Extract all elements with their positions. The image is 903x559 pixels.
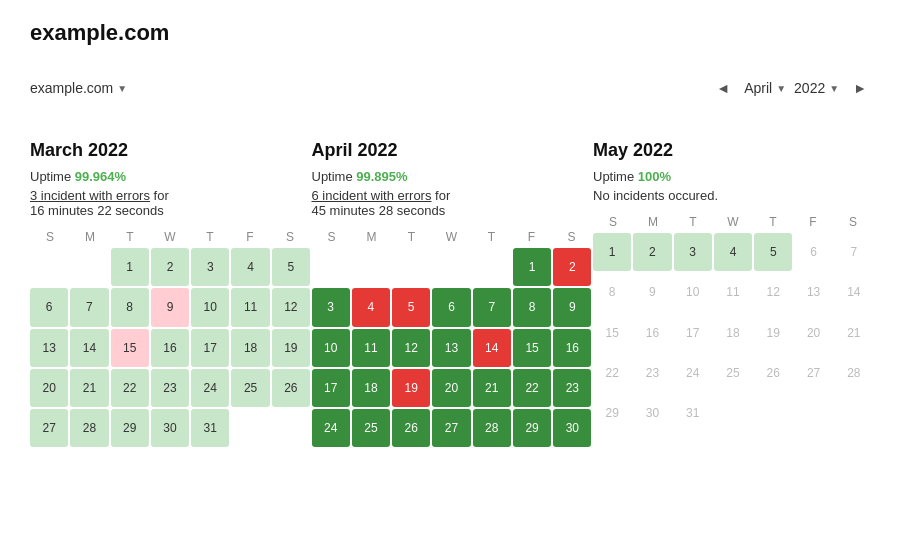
calendar-cell[interactable]: 24 bbox=[312, 409, 350, 447]
calendar-cell[interactable]: 3 bbox=[674, 233, 712, 271]
calendar-cell[interactable]: 22 bbox=[593, 354, 631, 392]
site-selector[interactable]: example.com ▼ bbox=[30, 80, 127, 96]
calendar-cell[interactable]: 17 bbox=[674, 314, 712, 352]
calendar-cell[interactable]: 7 bbox=[70, 288, 108, 326]
calendar-cell[interactable]: 31 bbox=[191, 409, 229, 447]
calendar-cell[interactable]: 11 bbox=[352, 329, 390, 367]
calendar-cell[interactable]: 2 bbox=[151, 248, 189, 286]
calendar-cell[interactable]: 18 bbox=[714, 314, 752, 352]
calendar-cell[interactable]: 30 bbox=[633, 394, 671, 432]
calendar-cell[interactable]: 9 bbox=[633, 273, 671, 311]
calendar-cell[interactable]: 2 bbox=[633, 233, 671, 271]
calendar-cell[interactable]: 25 bbox=[352, 409, 390, 447]
calendar-cell[interactable]: 30 bbox=[553, 409, 591, 447]
calendar-cell[interactable]: 6 bbox=[30, 288, 68, 326]
calendar-cell[interactable]: 28 bbox=[473, 409, 511, 447]
calendar-cell[interactable]: 16 bbox=[151, 329, 189, 367]
calendar-cell[interactable]: 20 bbox=[30, 369, 68, 407]
calendar-cell[interactable]: 3 bbox=[191, 248, 229, 286]
calendar-cell[interactable]: 10 bbox=[312, 329, 350, 367]
calendar-cell[interactable]: 12 bbox=[392, 329, 430, 367]
calendar-cell[interactable]: 14 bbox=[835, 273, 873, 311]
calendar-cell[interactable]: 24 bbox=[674, 354, 712, 392]
month-select[interactable]: April ▼ bbox=[744, 80, 786, 96]
calendar-cell[interactable]: 22 bbox=[111, 369, 149, 407]
calendar-cell[interactable]: 15 bbox=[593, 314, 631, 352]
calendar-cell[interactable]: 15 bbox=[111, 329, 149, 367]
calendar-cell[interactable]: 17 bbox=[191, 329, 229, 367]
incidents-link[interactable]: 3 incident with errors bbox=[30, 188, 150, 203]
calendar-cell[interactable]: 6 bbox=[794, 233, 832, 271]
calendar-cell[interactable]: 22 bbox=[513, 369, 551, 407]
calendar-cell[interactable]: 30 bbox=[151, 409, 189, 447]
calendar-cell[interactable]: 29 bbox=[111, 409, 149, 447]
incidents-link[interactable]: 6 incident with errors bbox=[312, 188, 432, 203]
calendar-cell[interactable]: 8 bbox=[513, 288, 551, 326]
calendar-cell[interactable]: 16 bbox=[553, 329, 591, 367]
calendar-cell[interactable]: 4 bbox=[352, 288, 390, 326]
calendar-cell[interactable]: 25 bbox=[714, 354, 752, 392]
calendar-cell[interactable]: 11 bbox=[714, 273, 752, 311]
calendar-cell[interactable]: 14 bbox=[70, 329, 108, 367]
calendar-cell[interactable]: 27 bbox=[794, 354, 832, 392]
year-select[interactable]: 2022 ▼ bbox=[794, 80, 839, 96]
calendar-cell[interactable]: 13 bbox=[794, 273, 832, 311]
calendar-cell[interactable]: 26 bbox=[754, 354, 792, 392]
calendar-cell[interactable]: 12 bbox=[272, 288, 310, 326]
calendar-cell[interactable]: 16 bbox=[633, 314, 671, 352]
calendar-cell[interactable]: 20 bbox=[794, 314, 832, 352]
calendar-cell[interactable]: 31 bbox=[674, 394, 712, 432]
calendar-cell[interactable]: 15 bbox=[513, 329, 551, 367]
calendar-cell[interactable]: 11 bbox=[231, 288, 269, 326]
calendar-cell[interactable]: 24 bbox=[191, 369, 229, 407]
calendar-cell[interactable]: 21 bbox=[70, 369, 108, 407]
calendar-cell[interactable]: 23 bbox=[151, 369, 189, 407]
calendar-cell[interactable]: 10 bbox=[674, 273, 712, 311]
prev-button[interactable]: ◄ bbox=[710, 76, 736, 100]
calendar-cell[interactable]: 18 bbox=[231, 329, 269, 367]
calendar-cell[interactable]: 19 bbox=[392, 369, 430, 407]
calendar-cell[interactable]: 9 bbox=[553, 288, 591, 326]
calendar-cell[interactable]: 29 bbox=[513, 409, 551, 447]
calendar-cell[interactable]: 5 bbox=[392, 288, 430, 326]
calendar-cell[interactable]: 19 bbox=[272, 329, 310, 367]
calendar-cell[interactable]: 23 bbox=[633, 354, 671, 392]
calendar-cell[interactable]: 5 bbox=[754, 233, 792, 271]
calendar-cell[interactable]: 1 bbox=[513, 248, 551, 286]
calendar-cell[interactable]: 26 bbox=[272, 369, 310, 407]
calendar-cell[interactable]: 23 bbox=[553, 369, 591, 407]
calendar-cell[interactable]: 17 bbox=[312, 369, 350, 407]
calendar-cell[interactable]: 1 bbox=[593, 233, 631, 271]
calendar-cell[interactable]: 27 bbox=[432, 409, 470, 447]
calendar-cell[interactable]: 3 bbox=[312, 288, 350, 326]
calendar-cell[interactable]: 8 bbox=[111, 288, 149, 326]
calendar-cell[interactable]: 4 bbox=[231, 248, 269, 286]
calendar-cell[interactable]: 1 bbox=[111, 248, 149, 286]
calendar-cell[interactable]: 7 bbox=[835, 233, 873, 271]
calendar-cell[interactable]: 18 bbox=[352, 369, 390, 407]
calendar-cell[interactable]: 7 bbox=[473, 288, 511, 326]
calendar-cell[interactable]: 12 bbox=[754, 273, 792, 311]
calendar-cell[interactable]: 9 bbox=[151, 288, 189, 326]
day-header: F bbox=[512, 230, 552, 244]
calendar-cell[interactable]: 21 bbox=[473, 369, 511, 407]
calendar-cell[interactable]: 4 bbox=[714, 233, 752, 271]
calendar-cell[interactable]: 27 bbox=[30, 409, 68, 447]
calendar-cell[interactable]: 28 bbox=[70, 409, 108, 447]
calendar-cell[interactable]: 20 bbox=[432, 369, 470, 407]
calendar-cell[interactable]: 21 bbox=[835, 314, 873, 352]
calendar-cell[interactable]: 10 bbox=[191, 288, 229, 326]
calendar-cell[interactable]: 26 bbox=[392, 409, 430, 447]
calendar-cell[interactable]: 19 bbox=[754, 314, 792, 352]
calendar-cell[interactable]: 13 bbox=[30, 329, 68, 367]
calendar-cell[interactable]: 5 bbox=[272, 248, 310, 286]
calendar-cell[interactable]: 25 bbox=[231, 369, 269, 407]
calendar-cell[interactable]: 28 bbox=[835, 354, 873, 392]
next-button[interactable]: ► bbox=[847, 76, 873, 100]
calendar-cell[interactable]: 8 bbox=[593, 273, 631, 311]
calendar-cell[interactable]: 29 bbox=[593, 394, 631, 432]
calendar-cell[interactable]: 2 bbox=[553, 248, 591, 286]
calendar-cell[interactable]: 13 bbox=[432, 329, 470, 367]
calendar-cell[interactable]: 14 bbox=[473, 329, 511, 367]
calendar-cell[interactable]: 6 bbox=[432, 288, 470, 326]
